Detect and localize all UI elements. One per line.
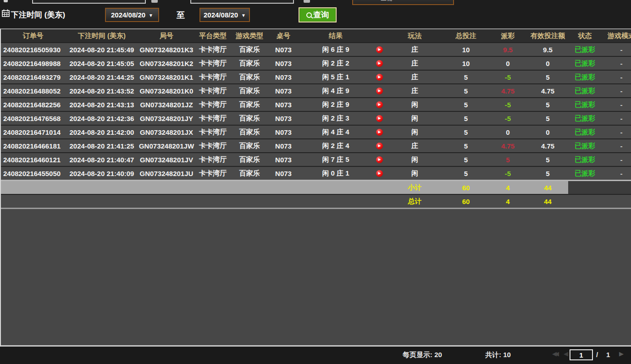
table-number: N073 [268, 167, 299, 180]
order-number: 240820216471014 [1, 126, 65, 138]
game-mode: - [602, 84, 631, 97]
prev-page-icon[interactable]: ◀ [564, 350, 568, 357]
payout-amount: -5 [488, 167, 527, 180]
table-row: 2408202165059302024-08-20 21:45:49GN0732… [1, 42, 631, 56]
play-type: 庄 [386, 71, 443, 83]
pagination-bar: 每页显示: 20 共计: 10 ◀◀ ◀ / 1 ▶ [0, 347, 631, 364]
play-video-icon[interactable]: ▶ [376, 101, 383, 108]
bet-time: 2024-08-20 21:45:49 [65, 43, 138, 56]
game-type: 百家乐 [231, 126, 268, 138]
order-number: 240820216466181 [1, 139, 65, 152]
round-id: GN073248201JZ [138, 98, 194, 111]
play-video-icon[interactable]: ▶ [376, 170, 383, 177]
date-to-select[interactable]: 2024/08/20 ▼ [199, 8, 250, 22]
play-video-icon[interactable]: ▶ [376, 129, 383, 136]
status-badge: 已派彩 [568, 57, 602, 70]
chevron-down-icon: ▼ [149, 13, 153, 18]
play-type: 庄 [386, 139, 443, 152]
game-type: 百家乐 [231, 153, 268, 166]
total-bet: 10 [443, 57, 488, 70]
platform-type: 卡卡湾厅 [194, 167, 231, 180]
valid-bet-amount: 0 [527, 126, 568, 138]
play-video-icon[interactable]: ▶ [376, 60, 383, 67]
order-number: 240820216493279 [1, 71, 65, 83]
col-header-valid-bet: 有效投注额 [527, 29, 568, 42]
date-from-select[interactable]: 2024/08/20 ▼ [105, 8, 159, 22]
first-page-icon[interactable]: ◀◀ [552, 350, 557, 357]
game-type: 百家乐 [231, 112, 268, 125]
total-bet: 5 [443, 126, 488, 138]
table-number: N073 [268, 139, 299, 152]
query-button[interactable]: 查询 [299, 7, 337, 22]
table-number: N073 [268, 71, 299, 83]
game-type: 百家乐 [231, 167, 268, 180]
valid-bet-amount: 5 [527, 71, 568, 83]
round-id: GN073248201K2 [138, 57, 194, 70]
result-play-cell: ▶ [372, 84, 386, 97]
play-video-icon[interactable]: ▶ [376, 74, 383, 81]
status-badge: 已派彩 [568, 112, 602, 125]
play-type: 闲 [386, 112, 443, 125]
order-number: 240820216498988 [1, 57, 65, 70]
play-video-icon[interactable]: ▶ [376, 156, 383, 163]
result-text: 闲 2 庄 9 [299, 98, 372, 111]
play-type: 闲 [386, 126, 443, 138]
result-play-cell: ▶ [372, 98, 386, 111]
next-page-icon[interactable]: ▶ [619, 350, 624, 357]
result-text: 闲 0 庄 1 [299, 167, 372, 180]
page-number-input[interactable] [570, 349, 593, 360]
play-type: 庄 [386, 84, 443, 97]
payout-amount: 0 [488, 126, 527, 138]
game-type: 百家乐 [231, 57, 268, 70]
status-badge: 已派彩 [568, 167, 602, 180]
game-mode: - [602, 112, 631, 125]
bet-time: 2024-08-20 21:44:25 [65, 71, 138, 83]
play-type: 闲 [386, 98, 443, 111]
play-video-icon[interactable]: ▶ [376, 88, 383, 94]
grand-total-payout: 4 [488, 195, 527, 208]
game-type: 百家乐 [231, 84, 268, 97]
query-button-label: 查询 [313, 10, 329, 20]
table-row: 2408202164710142024-08-20 21:42:00GN0732… [1, 125, 631, 138]
status-badge: 已派彩 [568, 71, 602, 83]
game-mode: - [602, 98, 631, 111]
game-mode: - [602, 43, 631, 56]
date-to-value: 2024/08/20 [204, 11, 238, 19]
table-number: N073 [268, 43, 299, 56]
table-header-row: 订单号 下注时间 (美东) 局号 平台类型 游戏类型 桌号 结果 玩法 总投注 … [1, 29, 631, 42]
total-bet: 5 [443, 167, 488, 180]
order-number: 240820216476568 [1, 112, 65, 125]
bet-time: 2024-08-20 21:40:09 [65, 167, 138, 180]
date-from-value: 2024/08/20 [111, 11, 145, 19]
result-play-cell: ▶ [372, 57, 386, 70]
col-header-order: 订单号 [1, 29, 65, 42]
valid-bet-amount: 4.75 [527, 139, 568, 152]
play-video-icon[interactable]: ▶ [376, 46, 383, 53]
result-text: 闲 4 庄 4 [299, 126, 372, 138]
page-total: 1 [606, 351, 610, 358]
play-video-icon[interactable]: ▶ [376, 115, 383, 122]
game-type: 百家乐 [231, 98, 268, 111]
table-number: N073 [268, 57, 299, 70]
status-badge: 已派彩 [568, 84, 602, 97]
payout-amount: -5 [488, 112, 527, 125]
col-header-game-type: 游戏类型 [231, 29, 268, 42]
order-number: 240820216460121 [1, 153, 65, 166]
status-badge: 已派彩 [568, 43, 602, 56]
table-row: 2408202164765682024-08-20 21:42:36GN0732… [1, 111, 631, 125]
filter-select[interactable]: 全部 ▼ [352, 0, 454, 5]
play-video-icon[interactable]: ▶ [376, 143, 383, 149]
col-header-status: 状态 [568, 29, 602, 42]
table-row: 2408202164550502024-08-20 21:40:09GN0732… [1, 166, 631, 180]
grand-total-valid-bet: 44 [527, 195, 568, 208]
filter-input-2[interactable] [190, 0, 294, 4]
result-play-cell: ▶ [372, 126, 386, 138]
filter-input-1[interactable] [32, 0, 146, 4]
bet-time-filter-row: 下注时间 (美东) 2024/08/20 ▼ 至 2024/08/20 ▼ 查询 [0, 6, 631, 25]
filter-field-icon [304, 0, 310, 3]
round-id: GN073248201JX [138, 126, 194, 138]
round-id: GN073248201K3 [138, 43, 194, 56]
total-bet: 5 [443, 139, 488, 152]
filter-toolbar: 全部 ▼ 下注时间 (美东) 2024/08/20 ▼ 至 2024/08/20 [0, 0, 631, 28]
col-header-result: 结果 [299, 29, 372, 42]
